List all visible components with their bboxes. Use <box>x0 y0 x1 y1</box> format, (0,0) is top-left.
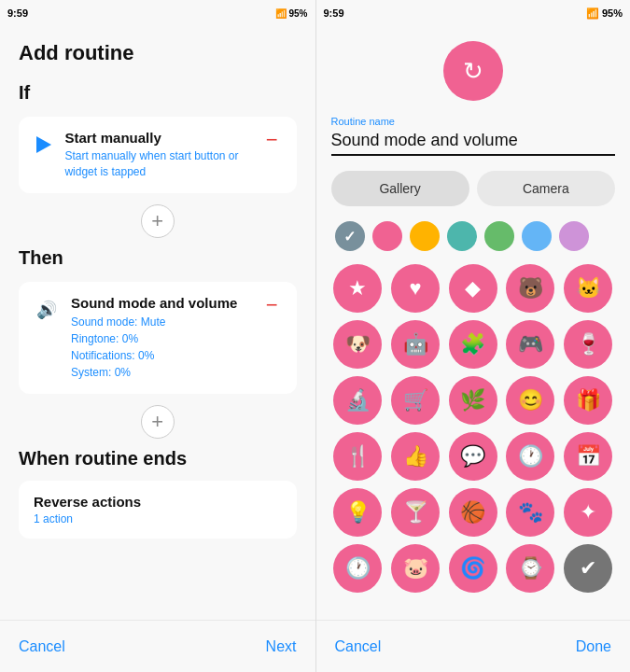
icon-bear[interactable]: 🐻 <box>506 264 554 313</box>
refresh-icon: ↻ <box>463 57 483 86</box>
play-icon <box>34 132 53 158</box>
right-done-button[interactable]: Done <box>576 638 611 655</box>
icon-food[interactable]: 🍴 <box>333 432 382 481</box>
if-item-description: Start manually when start button or widg… <box>64 148 261 180</box>
when-label: When routine ends <box>19 448 297 469</box>
top-routine-icon[interactable]: ↻ <box>443 41 503 101</box>
color-purple[interactable] <box>559 221 589 251</box>
reverse-actions: Reverse actions 1 action <box>19 481 297 539</box>
icon-smile[interactable]: 😊 <box>506 376 554 425</box>
then-item-text: Sound mode and volume Sound mode: MuteRi… <box>71 295 237 381</box>
then-item-title: Sound mode and volume <box>71 295 237 311</box>
color-yellow[interactable] <box>410 221 440 251</box>
icon-gift[interactable]: 🎁 <box>564 376 612 425</box>
color-teal[interactable] <box>447 221 477 251</box>
if-item-text: Start manually Start manually when start… <box>64 130 261 180</box>
right-time: 9:59 <box>324 7 344 19</box>
icon-clock[interactable]: 🕐 <box>506 432 554 481</box>
tab-camera[interactable]: Camera <box>477 171 615 206</box>
right-status-bar: 9:59 📶 95% <box>316 0 631 26</box>
reverse-title: Reverse actions <box>34 494 282 510</box>
if-section-inner: Start manually Start manually when start… <box>34 130 262 180</box>
color-green[interactable] <box>484 221 514 251</box>
sound-icon: 🔊 <box>34 297 60 323</box>
tab-gallery[interactable]: Gallery <box>331 171 469 206</box>
right-content: ↻ Routine name Gallery Camera ✓ ★ ♥ ◆ 🐻 … <box>316 26 631 620</box>
icon-watch[interactable]: ⌚ <box>506 544 554 593</box>
page-title: Add routine <box>19 41 297 65</box>
if-add-icon: + <box>151 209 163 233</box>
color-pink[interactable] <box>372 221 402 251</box>
right-bottom-bar: Cancel Done <box>316 620 631 672</box>
left-time: 9:59 <box>7 7 28 19</box>
icon-calendar[interactable]: 📅 <box>564 432 612 481</box>
icon-puzzle[interactable]: 🧩 <box>449 320 497 369</box>
icon-chat[interactable]: 💬 <box>449 432 497 481</box>
icon-time2[interactable]: 🕐 <box>333 544 382 593</box>
icon-leaf[interactable]: 🌿 <box>449 376 497 425</box>
icon-swirl[interactable]: 🌀 <box>449 544 497 593</box>
left-content: Add routine If Start manually Start manu… <box>0 26 315 620</box>
icon-bulb[interactable]: 💡 <box>333 488 382 537</box>
icon-diamond[interactable]: ◆ <box>449 264 497 313</box>
then-add-button[interactable]: + <box>141 405 175 439</box>
icon-robot[interactable]: 🤖 <box>391 320 440 369</box>
color-row: ✓ <box>331 221 616 251</box>
then-item-inner: 🔊 Sound mode and volume Sound mode: Mute… <box>34 295 237 381</box>
icon-game[interactable]: 🎮 <box>506 320 554 369</box>
right-panel: 9:59 📶 95% ↻ Routine name Gallery Camera… <box>316 0 631 672</box>
if-section[interactable]: Start manually Start manually when start… <box>19 117 297 193</box>
then-remove-button[interactable]: − <box>262 295 282 315</box>
color-blue[interactable] <box>522 221 552 251</box>
reverse-subtitle: 1 action <box>34 512 282 525</box>
left-bottom-bar: Cancel Next <box>0 620 315 672</box>
icon-check-selected[interactable]: ✔ <box>564 544 612 593</box>
tab-row: Gallery Camera <box>331 171 616 206</box>
icon-paw[interactable]: 🐾 <box>506 488 554 537</box>
if-remove-button[interactable]: − <box>262 130 282 150</box>
then-label: Then <box>19 247 297 269</box>
icon-cocktail[interactable]: 🍸 <box>391 488 440 537</box>
routine-name-label: Routine name <box>331 116 616 127</box>
icon-bluetooth[interactable]: ✦ <box>564 488 612 537</box>
then-add-icon: + <box>151 410 163 434</box>
icon-like[interactable]: 👍 <box>391 432 440 481</box>
icon-basketball[interactable]: 🏀 <box>449 488 497 537</box>
icon-cart[interactable]: 🛒 <box>391 376 440 425</box>
icon-wine[interactable]: 🍷 <box>564 320 612 369</box>
icon-cat[interactable]: 🐱 <box>564 264 612 313</box>
routine-name-input[interactable] <box>331 131 616 156</box>
icon-star[interactable]: ★ <box>333 264 382 313</box>
next-button[interactable]: Next <box>266 638 297 655</box>
if-label: If <box>19 82 297 104</box>
left-panel: 9:59 📶 95% Add routine If Start manually… <box>0 0 315 672</box>
cancel-button[interactable]: Cancel <box>19 638 65 655</box>
color-selected-check: ✓ <box>343 228 356 245</box>
play-triangle <box>36 136 51 153</box>
left-status-bar: 9:59 📶 95% <box>0 0 315 26</box>
icon-science[interactable]: 🔬 <box>333 376 382 425</box>
if-item-title: Start manually <box>64 130 261 146</box>
icon-heart[interactable]: ♥ <box>391 264 440 313</box>
then-item[interactable]: 🔊 Sound mode and volume Sound mode: Mute… <box>19 282 297 394</box>
color-gray[interactable]: ✓ <box>335 221 365 251</box>
right-cancel-button[interactable]: Cancel <box>335 638 382 655</box>
icons-grid: ★ ♥ ◆ 🐻 🐱 🐶 🤖 🧩 🎮 🍷 🔬 🛒 🌿 😊 🎁 🍴 👍 💬 🕐 📅 … <box>331 264 616 593</box>
left-status-icons: 📶 95% <box>275 8 308 19</box>
then-item-description: Sound mode: MuteRingtone: 0%Notification… <box>71 314 237 381</box>
icon-dog[interactable]: 🐶 <box>333 320 382 369</box>
icon-pig[interactable]: 🐷 <box>391 544 440 593</box>
if-add-button[interactable]: + <box>141 204 175 238</box>
right-status-icons: 📶 95% <box>586 7 623 20</box>
when-section: When routine ends Reverse actions 1 acti… <box>19 448 297 539</box>
